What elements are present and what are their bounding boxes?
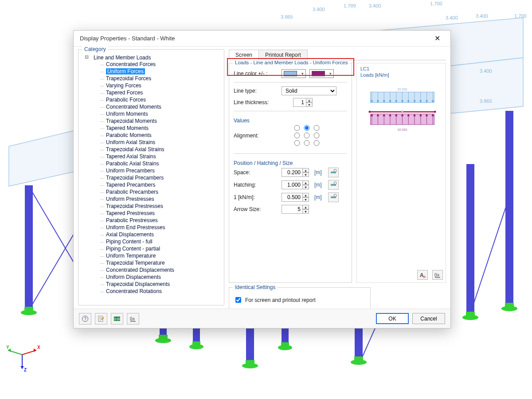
category-title: Category xyxy=(82,46,108,52)
svg-rect-22 xyxy=(159,335,168,340)
knm-properties-button[interactable] xyxy=(328,192,339,202)
line-color-pos-swatch xyxy=(284,71,297,76)
category-panel: Category Line and Member LoadsConcentrat… xyxy=(78,49,224,305)
tree-item[interactable]: Concentrated Displacements xyxy=(98,266,223,274)
spinner-down-icon[interactable]: ▼ xyxy=(303,172,309,177)
arrow-size-spinner[interactable]: ▲▼ xyxy=(282,205,309,214)
unit-m: [m] xyxy=(314,182,322,188)
tree-item[interactable]: Trapezoidal Moments xyxy=(98,117,223,125)
arrow-size-label: Arrow Size: xyxy=(234,206,278,212)
preview-button-b[interactable]: 08 xyxy=(432,270,443,280)
zero-eight-button[interactable]: 08 xyxy=(127,313,139,325)
alignment-radio[interactable] xyxy=(293,125,301,131)
svg-text:3.400: 3.400 xyxy=(476,13,488,19)
tree-item[interactable]: Parabolic Prestresses xyxy=(98,217,223,224)
tree-parent-line-member-loads[interactable]: Line and Member LoadsConcentrated Forces… xyxy=(86,54,223,295)
preview-button-a[interactable]: A xyxy=(417,270,428,280)
category-tree-scroll[interactable]: Line and Member LoadsConcentrated Forces… xyxy=(81,54,223,302)
unit-m: [m] xyxy=(314,194,322,200)
alignment-radio[interactable] xyxy=(313,133,321,138)
line-color-neg-select[interactable]: ▾ xyxy=(309,69,334,78)
tree-item[interactable]: Tapered Precambers xyxy=(98,181,223,188)
space-spinner[interactable]: ▲▼ xyxy=(282,168,309,177)
spinner-down-icon[interactable]: ▼ xyxy=(306,102,313,107)
tree-item[interactable]: Parabolic Precambers xyxy=(98,188,223,196)
tree-item[interactable]: Tapered Prestresses xyxy=(98,210,223,217)
knm-label: 1 [kN/m]: xyxy=(234,194,278,200)
spinner-up-icon[interactable]: ▲ xyxy=(303,205,309,209)
line-thickness-label: Line thickness: xyxy=(234,99,278,106)
units-button[interactable]: 0.00 xyxy=(111,313,123,325)
svg-rect-115 xyxy=(423,276,426,278)
tree-item[interactable]: Varying Forces xyxy=(98,82,223,89)
tree-item[interactable]: Parabolic Moments xyxy=(98,132,223,139)
tree-item[interactable]: Tapered Forces xyxy=(98,89,223,96)
spinner-down-icon[interactable]: ▼ xyxy=(303,209,309,214)
tree-item[interactable]: Uniform Forces xyxy=(98,68,223,75)
tree-item[interactable]: Uniform Prestresses xyxy=(98,196,223,203)
tree-item[interactable]: Trapezoidal Temperature xyxy=(98,259,223,266)
line-color-pos-select[interactable]: ▾ xyxy=(282,69,306,78)
arrow-size-input[interactable] xyxy=(282,205,303,214)
tree-item[interactable]: Tapered Axial Strains xyxy=(98,153,223,160)
svg-point-17 xyxy=(21,310,37,315)
hatching-properties-button[interactable] xyxy=(328,180,339,190)
svg-rect-34 xyxy=(466,312,475,317)
tree-item[interactable]: Uniform Axial Strains xyxy=(98,139,223,146)
line-thickness-spinner[interactable]: ▲▼ xyxy=(293,98,313,107)
preview-units-label: Loads [kN/m] xyxy=(360,72,389,78)
ok-button[interactable]: OK xyxy=(376,313,409,324)
spinner-up-icon[interactable]: ▲ xyxy=(306,98,313,102)
space-input[interactable] xyxy=(282,168,303,177)
cancel-button[interactable]: Cancel xyxy=(412,313,445,324)
line-type-select[interactable]: Solid xyxy=(282,86,336,95)
space-properties-button[interactable] xyxy=(328,168,339,177)
tree-item[interactable]: Tapered Moments xyxy=(98,125,223,132)
tree-item[interactable]: Piping Content - partial xyxy=(98,245,223,252)
tree-item[interactable]: Parabolic Forces xyxy=(98,96,223,103)
tree-item[interactable]: Concentrated Rotations xyxy=(98,288,223,295)
spinner-up-icon[interactable]: ▲ xyxy=(303,193,309,197)
tab-screen[interactable]: Screen xyxy=(229,50,259,60)
tree-item[interactable]: Uniform Displacements xyxy=(98,274,223,281)
alignment-radio[interactable] xyxy=(303,140,311,146)
knm-spinner[interactable]: ▲▼ xyxy=(282,193,309,202)
tree-item[interactable]: Uniform End Prestresses xyxy=(98,224,223,231)
tree-item[interactable]: Trapezoidal Precambers xyxy=(98,174,223,181)
close-button[interactable]: ✕ xyxy=(428,32,446,45)
alignment-radio[interactable] xyxy=(313,140,321,146)
alignment-radio[interactable] xyxy=(293,133,301,138)
tree-item[interactable]: Trapezoidal Displacements xyxy=(98,281,223,288)
hatching-input[interactable] xyxy=(282,180,303,189)
tree-item[interactable]: Concentrated Forces xyxy=(98,61,223,68)
tree-item[interactable]: Parabolic Axial Strains xyxy=(98,160,223,167)
alignment-radio[interactable] xyxy=(313,125,321,131)
edit-button[interactable] xyxy=(95,313,107,325)
tree-item[interactable]: Trapezoidal Forces xyxy=(98,75,223,82)
tree-item[interactable]: Uniform Moments xyxy=(98,110,223,117)
tree-item[interactable]: Axial Displacements xyxy=(98,231,223,238)
svg-rect-30 xyxy=(354,356,363,362)
spinner-up-icon[interactable]: ▲ xyxy=(303,168,309,172)
svg-text:0.00: 0.00 xyxy=(114,317,121,321)
alignment-radio[interactable] xyxy=(293,140,301,146)
hatching-spinner[interactable]: ▲▼ xyxy=(282,180,309,189)
alignment-radio[interactable] xyxy=(303,125,311,131)
tree-item[interactable]: Piping Content - full xyxy=(98,238,223,245)
preview-diagram: 20.000 xyxy=(359,86,446,156)
tree-item[interactable]: Concentrated Moments xyxy=(98,103,223,110)
tab-printout-report[interactable]: Printout Report xyxy=(258,50,308,60)
tree-item[interactable]: Uniform Temperature xyxy=(98,252,223,259)
spinner-down-icon[interactable]: ▼ xyxy=(303,197,309,202)
tree-item[interactable]: Uniform Precambers xyxy=(98,167,223,174)
line-thickness-input[interactable] xyxy=(293,98,306,107)
tree-item[interactable]: Trapezoidal Prestresses xyxy=(98,203,223,210)
alignment-radio[interactable] xyxy=(303,133,311,138)
tree-item[interactable]: Trapezoidal Axial Strains xyxy=(98,146,223,153)
spinner-down-icon[interactable]: ▼ xyxy=(303,185,309,189)
knm-input[interactable] xyxy=(282,193,303,202)
help-button[interactable]: ? xyxy=(79,313,91,325)
svg-point-35 xyxy=(501,306,517,311)
spinner-up-icon[interactable]: ▲ xyxy=(303,180,309,185)
identical-settings-checkbox[interactable] xyxy=(235,297,241,303)
